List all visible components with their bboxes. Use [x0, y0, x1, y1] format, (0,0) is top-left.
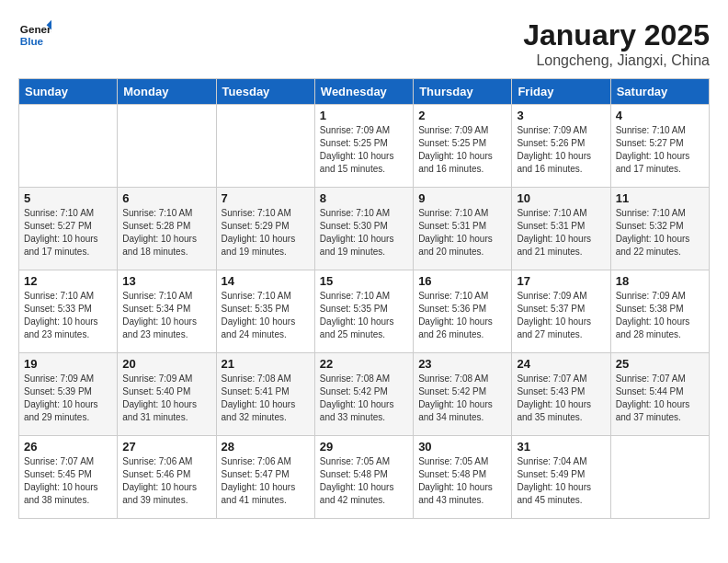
logo-icon: General Blue [18, 18, 51, 52]
day-number: 13 [122, 274, 210, 288]
title-section: January 2025 Longcheng, Jiangxi, China [523, 18, 710, 69]
table-row: 19Sunrise: 7:09 AM Sunset: 5:39 PM Dayli… [19, 353, 118, 436]
table-row: 31Sunrise: 7:04 AM Sunset: 5:49 PM Dayli… [512, 436, 610, 519]
calendar-week-row: 12Sunrise: 7:10 AM Sunset: 5:33 PM Dayli… [19, 270, 710, 353]
table-row: 13Sunrise: 7:10 AM Sunset: 5:34 PM Dayli… [118, 270, 216, 353]
day-info: Sunrise: 7:09 AM Sunset: 5:26 PM Dayligh… [517, 124, 605, 176]
table-row: 15Sunrise: 7:10 AM Sunset: 5:35 PM Dayli… [314, 270, 413, 353]
table-row: 22Sunrise: 7:08 AM Sunset: 5:42 PM Dayli… [314, 353, 413, 436]
col-tuesday: Tuesday [216, 79, 314, 105]
table-row: 3Sunrise: 7:09 AM Sunset: 5:26 PM Daylig… [512, 105, 610, 188]
day-info: Sunrise: 7:08 AM Sunset: 5:42 PM Dayligh… [320, 373, 408, 424]
day-info: Sunrise: 7:07 AM Sunset: 5:43 PM Dayligh… [517, 373, 605, 424]
day-number: 11 [616, 191, 704, 205]
day-info: Sunrise: 7:10 AM Sunset: 5:30 PM Dayligh… [320, 207, 408, 259]
day-number: 30 [418, 440, 506, 454]
day-number: 22 [320, 357, 408, 371]
calendar-week-row: 1Sunrise: 7:09 AM Sunset: 5:25 PM Daylig… [19, 105, 710, 188]
day-info: Sunrise: 7:04 AM Sunset: 5:49 PM Dayligh… [517, 455, 605, 507]
calendar-week-row: 26Sunrise: 7:07 AM Sunset: 5:45 PM Dayli… [19, 436, 710, 519]
table-row [610, 436, 709, 519]
table-row: 20Sunrise: 7:09 AM Sunset: 5:40 PM Dayli… [118, 353, 216, 436]
table-row: 5Sunrise: 7:10 AM Sunset: 5:27 PM Daylig… [19, 188, 118, 270]
day-info: Sunrise: 7:10 AM Sunset: 5:33 PM Dayligh… [24, 290, 112, 341]
day-number: 6 [122, 191, 210, 205]
day-number: 14 [222, 274, 310, 288]
day-info: Sunrise: 7:06 AM Sunset: 5:46 PM Dayligh… [122, 455, 210, 507]
col-thursday: Thursday [414, 79, 512, 105]
day-number: 3 [517, 109, 605, 122]
day-info: Sunrise: 7:08 AM Sunset: 5:42 PM Dayligh… [418, 373, 506, 424]
day-info: Sunrise: 7:07 AM Sunset: 5:44 PM Dayligh… [616, 373, 704, 424]
day-number: 9 [418, 191, 506, 205]
table-row: 29Sunrise: 7:05 AM Sunset: 5:48 PM Dayli… [314, 436, 413, 519]
calendar-subtitle: Longcheng, Jiangxi, China [523, 52, 710, 69]
day-info: Sunrise: 7:09 AM Sunset: 5:25 PM Dayligh… [320, 124, 408, 176]
calendar-title: January 2025 [523, 18, 710, 52]
day-info: Sunrise: 7:10 AM Sunset: 5:32 PM Dayligh… [616, 207, 704, 259]
day-info: Sunrise: 7:10 AM Sunset: 5:27 PM Dayligh… [24, 207, 112, 259]
day-info: Sunrise: 7:10 AM Sunset: 5:35 PM Dayligh… [320, 290, 408, 341]
day-info: Sunrise: 7:09 AM Sunset: 5:37 PM Dayligh… [517, 290, 605, 341]
calendar-week-row: 19Sunrise: 7:09 AM Sunset: 5:39 PM Dayli… [19, 353, 710, 436]
day-number: 29 [320, 440, 408, 454]
col-sunday: Sunday [19, 79, 118, 105]
table-row: 6Sunrise: 7:10 AM Sunset: 5:28 PM Daylig… [118, 188, 216, 270]
day-number: 19 [24, 357, 112, 371]
day-info: Sunrise: 7:09 AM Sunset: 5:40 PM Dayligh… [122, 373, 210, 424]
calendar-week-row: 5Sunrise: 7:10 AM Sunset: 5:27 PM Daylig… [19, 188, 710, 270]
table-row: 14Sunrise: 7:10 AM Sunset: 5:35 PM Dayli… [216, 270, 314, 353]
day-number: 17 [517, 274, 605, 288]
table-row: 1Sunrise: 7:09 AM Sunset: 5:25 PM Daylig… [314, 105, 413, 188]
day-info: Sunrise: 7:10 AM Sunset: 5:28 PM Dayligh… [122, 207, 210, 259]
day-number: 18 [616, 274, 704, 288]
calendar-header-row: Sunday Monday Tuesday Wednesday Thursday… [19, 79, 710, 105]
day-info: Sunrise: 7:07 AM Sunset: 5:45 PM Dayligh… [24, 455, 112, 507]
day-info: Sunrise: 7:10 AM Sunset: 5:29 PM Dayligh… [222, 207, 310, 259]
day-number: 31 [517, 440, 605, 454]
day-number: 26 [24, 440, 112, 454]
table-row: 9Sunrise: 7:10 AM Sunset: 5:31 PM Daylig… [414, 188, 512, 270]
day-info: Sunrise: 7:09 AM Sunset: 5:38 PM Dayligh… [616, 290, 704, 341]
day-number: 23 [418, 357, 506, 371]
col-friday: Friday [512, 79, 610, 105]
logo: General Blue [18, 18, 51, 52]
day-number: 8 [320, 191, 408, 205]
day-info: Sunrise: 7:05 AM Sunset: 5:48 PM Dayligh… [320, 455, 408, 507]
day-number: 1 [320, 109, 408, 122]
table-row [118, 105, 216, 188]
day-info: Sunrise: 7:10 AM Sunset: 5:27 PM Dayligh… [616, 124, 704, 176]
table-row: 24Sunrise: 7:07 AM Sunset: 5:43 PM Dayli… [512, 353, 610, 436]
col-wednesday: Wednesday [314, 79, 413, 105]
day-number: 12 [24, 274, 112, 288]
day-info: Sunrise: 7:06 AM Sunset: 5:47 PM Dayligh… [222, 455, 310, 507]
table-row: 30Sunrise: 7:05 AM Sunset: 5:48 PM Dayli… [414, 436, 512, 519]
table-row: 23Sunrise: 7:08 AM Sunset: 5:42 PM Dayli… [414, 353, 512, 436]
day-info: Sunrise: 7:09 AM Sunset: 5:39 PM Dayligh… [24, 373, 112, 424]
day-info: Sunrise: 7:08 AM Sunset: 5:41 PM Dayligh… [222, 373, 310, 424]
day-info: Sunrise: 7:09 AM Sunset: 5:25 PM Dayligh… [418, 124, 506, 176]
day-number: 4 [616, 109, 704, 122]
day-info: Sunrise: 7:10 AM Sunset: 5:31 PM Dayligh… [418, 207, 506, 259]
table-row: 27Sunrise: 7:06 AM Sunset: 5:46 PM Dayli… [118, 436, 216, 519]
day-number: 15 [320, 274, 408, 288]
table-row: 25Sunrise: 7:07 AM Sunset: 5:44 PM Dayli… [610, 353, 709, 436]
day-number: 27 [122, 440, 210, 454]
col-monday: Monday [118, 79, 216, 105]
day-number: 16 [418, 274, 506, 288]
table-row: 28Sunrise: 7:06 AM Sunset: 5:47 PM Dayli… [216, 436, 314, 519]
day-number: 21 [222, 357, 310, 371]
day-info: Sunrise: 7:10 AM Sunset: 5:34 PM Dayligh… [122, 290, 210, 341]
table-row: 21Sunrise: 7:08 AM Sunset: 5:41 PM Dayli… [216, 353, 314, 436]
page-header: General Blue January 2025 Longcheng, Jia… [18, 18, 710, 69]
day-number: 24 [517, 357, 605, 371]
table-row: 17Sunrise: 7:09 AM Sunset: 5:37 PM Dayli… [512, 270, 610, 353]
calendar-table: Sunday Monday Tuesday Wednesday Thursday… [18, 78, 710, 519]
table-row: 10Sunrise: 7:10 AM Sunset: 5:31 PM Dayli… [512, 188, 610, 270]
table-row: 26Sunrise: 7:07 AM Sunset: 5:45 PM Dayli… [19, 436, 118, 519]
day-info: Sunrise: 7:05 AM Sunset: 5:48 PM Dayligh… [418, 455, 506, 507]
table-row: 7Sunrise: 7:10 AM Sunset: 5:29 PM Daylig… [216, 188, 314, 270]
day-info: Sunrise: 7:10 AM Sunset: 5:31 PM Dayligh… [517, 207, 605, 259]
day-info: Sunrise: 7:10 AM Sunset: 5:36 PM Dayligh… [418, 290, 506, 341]
day-number: 25 [616, 357, 704, 371]
